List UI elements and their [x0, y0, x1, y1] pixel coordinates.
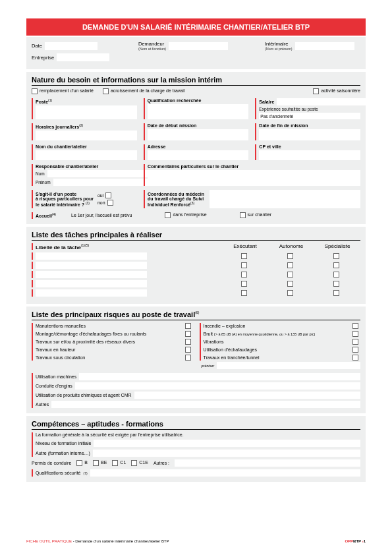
chk-executant[interactable] — [241, 253, 247, 259]
pBE: BE — [101, 461, 107, 465]
qualif-input[interactable] — [148, 104, 249, 119]
non-label: non — [98, 200, 105, 205]
preciser-input[interactable] — [217, 362, 360, 369]
permis-autres-input[interactable] — [175, 459, 360, 467]
pAutres-label: Autres : — [154, 461, 169, 465]
chk-specialiste[interactable] — [333, 262, 339, 268]
interimaire-sublabel: (Nom et prénom) — [265, 47, 293, 51]
risk-label: Travaux sous circulation — [36, 355, 182, 360]
chk-specialiste[interactable] — [333, 253, 339, 259]
chk-autonome[interactable] — [287, 281, 293, 287]
cp-input[interactable] — [259, 150, 360, 160]
risk-detail-input[interactable] — [79, 373, 360, 380]
c3-label: activité saisonnière — [321, 88, 360, 93]
chk-autonome[interactable] — [287, 272, 293, 278]
chk-C1E[interactable] — [131, 460, 137, 466]
task-input[interactable] — [36, 262, 147, 269]
chk-executant[interactable] — [241, 281, 247, 287]
checkbox-chantier[interactable] — [240, 212, 246, 218]
q1sup: (3) — [86, 201, 90, 205]
interimaire-input[interactable] — [295, 42, 354, 50]
chk-risk[interactable] — [185, 331, 191, 337]
c1-label: remplacement d'un salarié — [40, 88, 94, 93]
chk-risk[interactable] — [352, 347, 358, 353]
risk-item: Manutentions manuelles — [36, 323, 193, 329]
task-input[interactable] — [36, 289, 147, 297]
chk-specialiste[interactable] — [333, 272, 339, 278]
chk-specialiste[interactable] — [333, 281, 339, 287]
risk-item: Travaux sous circulation — [36, 355, 193, 361]
chk-specialiste[interactable] — [333, 290, 339, 296]
fin-input[interactable] — [259, 129, 360, 140]
chk-risk[interactable] — [352, 331, 358, 337]
chk-autonome[interactable] — [287, 262, 293, 268]
qualif-label: Qualification recherchée — [148, 98, 249, 103]
salaire-input[interactable] — [277, 98, 388, 105]
med-input[interactable] — [210, 190, 360, 208]
checkbox-accroissement[interactable] — [103, 88, 109, 94]
preciser-label: préciser — [202, 364, 215, 368]
opt1-label: dans l'entreprise — [173, 213, 206, 218]
chk-BE[interactable] — [93, 460, 99, 466]
nom-input[interactable] — [47, 170, 159, 177]
section-nature: Nature du besoin et informations sur la … — [26, 72, 366, 224]
task-input[interactable] — [36, 271, 147, 278]
med1: Coordonnées du médecin — [148, 192, 204, 196]
risk-item: Utilisation d'échafaudages — [204, 347, 361, 353]
checkbox-saisonniere[interactable] — [313, 88, 319, 94]
checkbox-remplacement[interactable] — [32, 88, 38, 94]
col-autonome: Autonome — [268, 243, 314, 250]
chk-autonome[interactable] — [287, 290, 293, 296]
risk-label: Travaux en tranchée/tunnel — [204, 355, 350, 360]
risk-item: Travaux en hauteur — [36, 347, 193, 353]
chk-executant[interactable] — [241, 262, 247, 268]
chk-C1[interactable] — [112, 460, 118, 466]
risks-right: Incendie – explosionBruit (> à 85 dB (A)… — [200, 323, 361, 361]
chk-B[interactable] — [76, 460, 82, 466]
s4-line2: Niveau de formation initiale — [36, 441, 91, 446]
risk-detail-input[interactable] — [75, 382, 360, 390]
medsup: (3) — [190, 201, 194, 205]
chk-risk[interactable] — [185, 323, 191, 329]
debut-input[interactable] — [148, 129, 249, 140]
checkbox-oui[interactable] — [105, 192, 111, 198]
chantier-input[interactable] — [36, 150, 137, 160]
chk-autonome[interactable] — [287, 253, 293, 259]
risk-item: Travaux en tranchée/tunnel — [204, 355, 361, 361]
libelle-label: Libellé de la tâche — [36, 244, 81, 250]
risk-label: Travaux en hauteur — [36, 347, 182, 352]
exp-input[interactable] — [259, 113, 360, 119]
quals-input[interactable] — [90, 469, 360, 477]
formation-input[interactable] — [94, 440, 360, 447]
task-input[interactable] — [36, 280, 147, 287]
med2: du travail chargé du Suivi — [148, 196, 204, 201]
adresse-input[interactable] — [148, 150, 249, 160]
chk-risk[interactable] — [185, 355, 191, 361]
libelle-sup: (1)(5) — [81, 243, 89, 247]
comm-input[interactable] — [148, 170, 360, 186]
chk-executant[interactable] — [241, 272, 247, 278]
entreprise-input[interactable] — [57, 53, 109, 61]
checkbox-entreprise[interactable] — [165, 212, 171, 218]
risk-detail-input[interactable] — [134, 392, 360, 399]
demandeur-input[interactable] — [169, 42, 228, 50]
opt2-label: sur chantier — [248, 213, 272, 218]
pB: B — [84, 461, 88, 465]
chk-risk[interactable] — [352, 339, 358, 345]
interimaire-label: Intérimaire — [265, 41, 288, 47]
autre-formation-input[interactable] — [93, 450, 360, 457]
horaires-input[interactable] — [36, 131, 137, 140]
chk-risk[interactable] — [352, 355, 358, 361]
section1-title: Nature du besoin et informations sur la … — [32, 76, 360, 86]
chk-risk[interactable] — [352, 323, 358, 329]
s4-line1: La formation générale à la sécurité est … — [36, 432, 360, 437]
chk-executant[interactable] — [241, 290, 247, 296]
task-input[interactable] — [36, 252, 147, 260]
checkbox-non[interactable] — [107, 200, 113, 206]
chk-risk[interactable] — [185, 339, 191, 345]
chk-risk[interactable] — [185, 347, 191, 353]
section-competences: Compétences – aptitudes - formations La … — [26, 416, 366, 482]
risk-detail-input[interactable] — [51, 401, 360, 408]
poste-input[interactable] — [36, 105, 137, 119]
date-input[interactable] — [45, 42, 98, 50]
